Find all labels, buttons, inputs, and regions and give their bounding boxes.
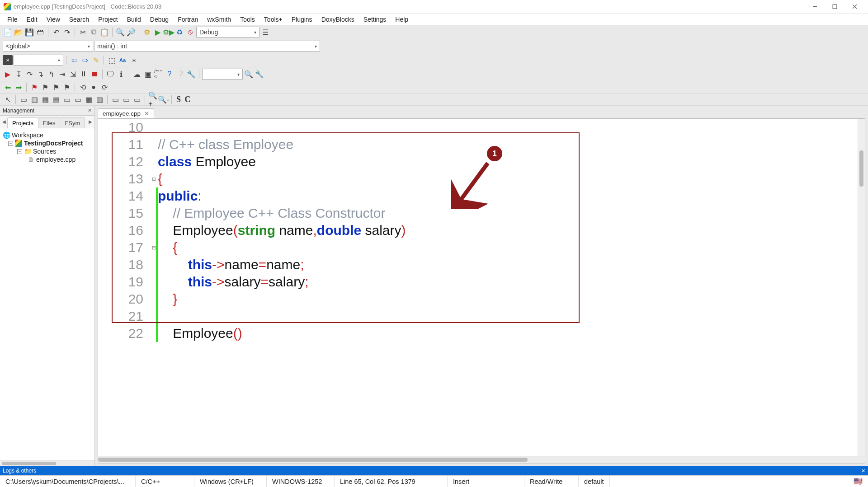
function-combo[interactable]: main() : int▾: [94, 41, 320, 52]
code-line[interactable]: 20 }: [98, 290, 865, 308]
code-editor[interactable]: 1011// C++ class Employee12class Employe…: [98, 118, 865, 456]
build-target-combo[interactable]: Debug▾: [196, 27, 259, 37]
box-11-icon[interactable]: ▭: [132, 94, 142, 104]
bookmark-next-icon[interactable]: ⚑: [51, 82, 61, 92]
scope-combo[interactable]: <global>▾: [3, 41, 93, 52]
code-line[interactable]: 19 this->salary=salary;: [98, 273, 865, 290]
tab-scroll-left-icon[interactable]: ◀: [1, 119, 7, 124]
next-icon[interactable]: ⇨: [80, 55, 90, 65]
box-8-icon[interactable]: ▥: [94, 94, 104, 104]
tree-project[interactable]: − TestingDocsProject: [2, 139, 93, 147]
menu-wxsmith[interactable]: wxSmith: [203, 15, 236, 24]
debug-expr-combo[interactable]: ▾: [202, 69, 243, 80]
new-file-icon[interactable]: 📄: [3, 27, 13, 37]
menu-debug[interactable]: Debug: [146, 15, 173, 24]
editor-tab[interactable]: employee.cpp ✕: [98, 108, 154, 118]
code-line[interactable]: 11// C++ class Employee: [98, 136, 865, 153]
info-icon[interactable]: ℹ: [116, 69, 126, 79]
box-10-icon[interactable]: ▭: [121, 94, 131, 104]
doxy-settings-icon[interactable]: 🔧: [186, 69, 196, 79]
management-tab-fsym[interactable]: FSym: [60, 117, 85, 128]
project-tree[interactable]: 🌐 Workspace − TestingDocsProject − 📁 Sou…: [0, 128, 94, 460]
back-icon[interactable]: ⬅: [3, 82, 13, 92]
open-icon[interactable]: 📂: [14, 27, 24, 37]
doxy-comment-icon[interactable]: /** *<: [154, 69, 164, 79]
zoom-icon[interactable]: 🔍: [244, 69, 254, 79]
box-9-icon[interactable]: ▭: [110, 94, 120, 104]
menu-build[interactable]: Build: [123, 15, 146, 24]
save-icon[interactable]: 💾: [24, 27, 34, 37]
doxy-run-icon[interactable]: ☁: [132, 69, 142, 79]
run-icon[interactable]: ▶: [153, 27, 163, 37]
redo-icon[interactable]: ↷: [62, 27, 72, 37]
box-5-icon[interactable]: ▭: [62, 94, 72, 104]
next-instr-icon[interactable]: ⇥: [57, 69, 67, 79]
bookmark-flag-icon[interactable]: ⚑: [29, 82, 39, 92]
doxy-help-icon[interactable]: ?: [165, 69, 175, 79]
doxy-chm-icon[interactable]: ❔: [175, 69, 185, 79]
find-replace-icon[interactable]: 🔎: [126, 27, 136, 37]
editor-hscroll[interactable]: [98, 456, 865, 464]
copy-icon[interactable]: ⧉: [89, 27, 99, 37]
code-line[interactable]: 22 Employee(): [98, 325, 865, 342]
code-line[interactable]: 16 Employee(string name,double salary): [98, 222, 865, 239]
menu-settings[interactable]: Settings: [359, 15, 391, 24]
management-close-icon[interactable]: ✕: [88, 108, 92, 113]
editor-vscroll[interactable]: [858, 119, 865, 456]
menu-doxyblocks[interactable]: DoxyBlocks: [317, 15, 359, 24]
undo-icon[interactable]: ↶: [51, 27, 61, 37]
break-icon[interactable]: ⏸: [79, 69, 89, 79]
zoom-out-icon[interactable]: 🔍-: [159, 94, 169, 104]
box-4-icon[interactable]: ▤: [51, 94, 61, 104]
breakpoint-icon[interactable]: ●: [89, 82, 99, 92]
minimize-button[interactable]: [805, 0, 825, 14]
tree-workspace[interactable]: 🌐 Workspace: [2, 131, 93, 139]
clear-highlight-icon[interactable]: ✕: [3, 55, 13, 65]
logs-close-icon[interactable]: ✕: [861, 468, 865, 474]
maximize-button[interactable]: [825, 0, 844, 14]
menu-edit[interactable]: Edit: [22, 15, 42, 24]
box-7-icon[interactable]: ▦: [84, 94, 94, 104]
collapse-icon[interactable]: −: [17, 149, 22, 154]
fold-marker[interactable]: ⊟: [151, 239, 156, 256]
menu-toolsplus[interactable]: Tools+: [259, 15, 287, 24]
menu-project[interactable]: Project: [94, 15, 123, 24]
step-instr-icon[interactable]: ⇲: [68, 69, 78, 79]
cut-icon[interactable]: ✂: [78, 27, 88, 37]
tab-close-icon[interactable]: ✕: [144, 110, 149, 117]
fold-marker[interactable]: ⊟: [151, 170, 156, 187]
menu-file[interactable]: File: [3, 15, 22, 24]
build-run-icon[interactable]: ⚙▶: [164, 27, 174, 37]
code-line[interactable]: 18 this->name=name;: [98, 256, 865, 273]
doxy-extract-icon[interactable]: ▣: [143, 69, 153, 79]
bookmark-prev-icon[interactable]: ⚑: [40, 82, 50, 92]
zoom-in-icon[interactable]: 🔍+: [148, 94, 158, 104]
target-settings-icon[interactable]: ☰: [260, 27, 270, 37]
letter-c-icon[interactable]: C: [184, 95, 192, 104]
tab-scroll-right-icon[interactable]: ▶: [87, 119, 94, 124]
abort-icon[interactable]: ⦸: [185, 27, 195, 37]
forward-icon[interactable]: ➡: [14, 82, 24, 92]
menu-help[interactable]: Help: [391, 15, 413, 24]
code-line[interactable]: 17⊟ {: [98, 239, 865, 256]
box-1-icon[interactable]: ▭: [19, 94, 28, 104]
highlight-pen-icon[interactable]: ✎: [91, 55, 101, 65]
menu-fortran[interactable]: Fortran: [173, 15, 203, 24]
menu-search[interactable]: Search: [65, 15, 94, 24]
step-over-icon[interactable]: ↷: [24, 69, 34, 79]
step-out-icon[interactable]: ↰: [46, 69, 56, 79]
box-3-icon[interactable]: ▦: [40, 94, 50, 104]
tree-folder[interactable]: − 📁 Sources: [2, 147, 93, 155]
jump-fwd-icon[interactable]: ⟳: [99, 82, 109, 92]
build-icon[interactable]: ⚙: [142, 27, 152, 37]
letter-s-icon[interactable]: S: [175, 95, 183, 104]
regex-icon[interactable]: .∗: [128, 55, 138, 65]
box-2-icon[interactable]: ▥: [29, 94, 39, 104]
save-all-icon[interactable]: 🗃: [35, 27, 45, 37]
prev-icon[interactable]: ⇦: [69, 55, 79, 65]
highlight-combo[interactable]: ▾: [14, 55, 63, 66]
paste-icon[interactable]: 📋: [99, 27, 109, 37]
match-case-icon[interactable]: Aa: [118, 55, 127, 65]
logs-panel-header[interactable]: Logs & others ✕: [0, 466, 868, 475]
selection-icon[interactable]: ⬚: [107, 55, 117, 65]
